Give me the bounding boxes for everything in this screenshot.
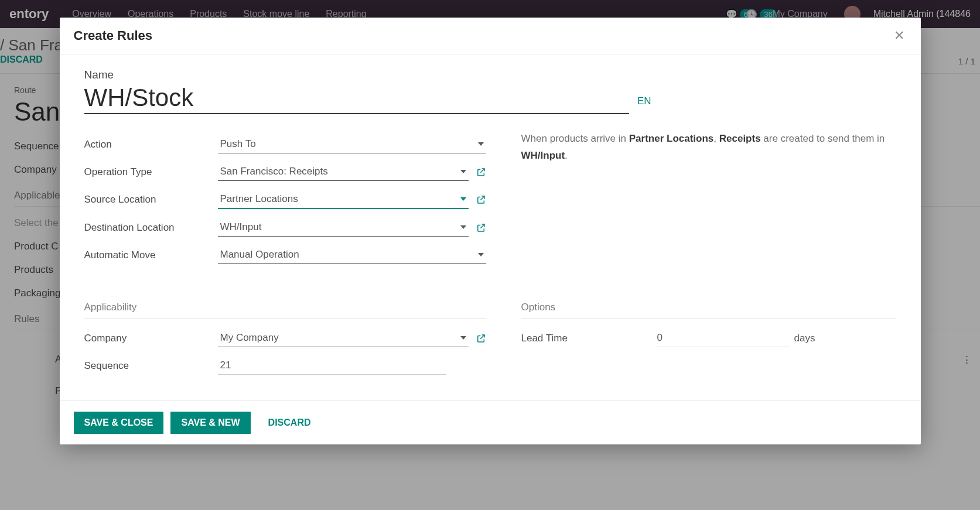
modal-title: Create Rules (74, 28, 153, 43)
lead-time-label: Lead Time (521, 333, 655, 344)
external-link-icon[interactable] (476, 223, 486, 233)
save-close-button[interactable]: SAVE & CLOSE (74, 412, 164, 434)
lead-time-unit: days (794, 333, 815, 344)
discard-button[interactable]: DISCARD (258, 412, 322, 434)
options-section-title: Options (521, 292, 896, 319)
sequence-label: Sequence (84, 360, 218, 372)
automatic-move-label: Automatic Move (84, 249, 218, 261)
company-label: Company (84, 333, 218, 344)
automatic-move-select[interactable] (218, 246, 486, 264)
destination-location-select[interactable] (218, 218, 469, 237)
external-link-icon[interactable] (476, 333, 486, 344)
source-location-label: Source Location (84, 194, 218, 206)
create-rules-modal: Create Rules ✕ Name EN Action (60, 18, 921, 444)
name-input[interactable] (84, 84, 629, 113)
destination-location-label: Destination Location (84, 222, 218, 234)
sequence-input[interactable] (218, 357, 446, 375)
save-new-button[interactable]: SAVE & NEW (170, 412, 250, 434)
modal-overlay: Create Rules ✕ Name EN Action (0, 0, 980, 510)
operation-type-select[interactable] (218, 163, 469, 181)
applicability-section-title: Applicability (84, 292, 486, 319)
external-link-icon[interactable] (476, 194, 486, 205)
rule-description: When products arrive in Partner Location… (521, 131, 896, 165)
source-location-select[interactable] (218, 190, 469, 209)
external-link-icon[interactable] (476, 167, 486, 177)
action-select[interactable] (218, 135, 486, 153)
close-icon[interactable]: ✕ (892, 28, 907, 43)
action-label: Action (84, 139, 218, 150)
operation-type-label: Operation Type (84, 166, 218, 178)
name-label: Name (84, 69, 896, 81)
lead-time-input[interactable] (655, 329, 790, 347)
language-button[interactable]: EN (637, 95, 651, 107)
company-select[interactable] (218, 329, 469, 347)
